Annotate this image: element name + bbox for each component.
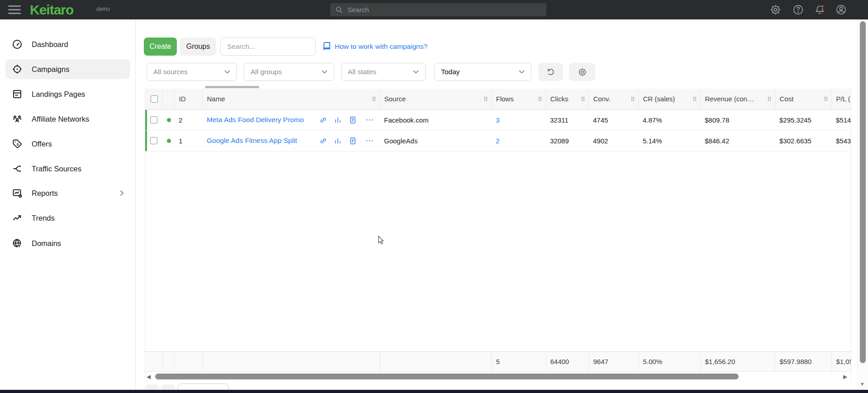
gear-icon <box>578 67 587 77</box>
vertical-scrollbar: ▼ <box>857 19 868 393</box>
totals-revenue: $1,656.20 <box>700 352 775 372</box>
column-header-cr-sales[interactable]: CR (sales)⠿ <box>638 89 700 109</box>
global-search <box>330 3 546 16</box>
drag-handle-icon[interactable]: ⠿ <box>824 95 828 102</box>
totals-cost: $597.9880 <box>775 352 831 372</box>
column-scroll-indicator[interactable] <box>205 86 259 88</box>
campaign-link-icon[interactable] <box>319 137 327 145</box>
column-header-name[interactable]: Name⠿ <box>202 89 379 109</box>
column-header-pl[interactable]: P/L ( <box>831 89 851 109</box>
campaigns-search-input[interactable] <box>220 38 316 56</box>
sidebar-item-traffic-sources[interactable]: Traffic Sources <box>5 159 130 179</box>
row-id-cell: 2 <box>174 109 202 130</box>
menu-toggle-icon[interactable] <box>8 5 21 14</box>
sidebar-item-domains[interactable]: Domains <box>5 233 130 253</box>
row-flows-cell: 3 <box>491 109 545 130</box>
help-campaigns-link[interactable]: How to work with campaigns? <box>323 42 427 51</box>
groups-button[interactable]: Groups <box>180 38 216 56</box>
date-range-select[interactable]: Today <box>434 63 531 81</box>
sidebar-item-affiliate-networks[interactable]: Affiliate Networks <box>5 109 130 129</box>
horizontal-scrollbar-thumb[interactable] <box>155 374 739 379</box>
drag-handle-icon[interactable]: ⠿ <box>631 95 635 102</box>
refresh-button[interactable] <box>538 63 563 81</box>
states-filter-select[interactable]: All states <box>341 63 426 81</box>
search-icon <box>335 6 343 14</box>
row-clicks-cell: 32311 <box>545 109 588 130</box>
column-header-id[interactable]: ID <box>174 89 202 109</box>
sources-filter-select[interactable]: All sources <box>147 63 237 81</box>
row-checkbox[interactable] <box>150 137 157 144</box>
select-all-checkbox[interactable] <box>151 95 158 103</box>
drag-handle-icon[interactable]: ⠿ <box>484 95 488 102</box>
row-select-cell <box>145 109 162 130</box>
campaign-notes-icon[interactable] <box>349 116 356 124</box>
campaign-link-icon[interactable] <box>319 116 327 124</box>
notifications-icon[interactable] <box>814 4 825 15</box>
vertical-scrollbar-thumb[interactable] <box>860 21 866 363</box>
scroll-down-arrow[interactable]: ▼ <box>860 381 865 387</box>
row-more-menu-icon[interactable]: ⋯ <box>365 115 374 125</box>
reports-icon <box>12 188 23 199</box>
status-dot <box>167 139 171 143</box>
bottom-edge-bar <box>0 390 868 393</box>
row-checkbox[interactable] <box>150 116 157 123</box>
sources-filter-value: All sources <box>153 68 188 76</box>
scroll-left-arrow[interactable]: ◀ <box>147 373 151 380</box>
sidebar-item-dashboard[interactable]: Dashboard <box>5 34 130 54</box>
sidebar-item-reports[interactable]: Reports <box>5 183 130 203</box>
row-name-cell: Google Ads Fitness App Split ⋯ <box>202 130 379 151</box>
column-header-cost[interactable]: Cost⠿ <box>775 89 831 109</box>
sidebar-item-label: Trends <box>32 214 55 223</box>
column-header-revenue[interactable]: Revenue (con…⠿ <box>700 89 775 109</box>
app-logo: Keitaro <box>30 2 73 18</box>
column-header-source[interactable]: Source⠿ <box>379 89 491 109</box>
row-conv-cell: 4745 <box>588 109 638 130</box>
column-header-flows[interactable]: Flows⠿ <box>491 89 545 109</box>
campaigns-target-icon <box>12 64 23 75</box>
global-search-input[interactable] <box>347 3 542 16</box>
flows-count-link[interactable]: 2 <box>496 137 499 145</box>
drag-handle-icon[interactable]: ⠿ <box>693 95 697 102</box>
row-more-menu-icon[interactable]: ⋯ <box>365 136 374 146</box>
sidebar-item-offers[interactable]: $ Offers <box>5 134 130 154</box>
svg-text:$: $ <box>17 142 19 147</box>
row-status-bar <box>145 131 147 151</box>
campaign-notes-icon[interactable] <box>349 137 356 145</box>
sidebar-item-landings-pages[interactable]: Landings Pages <box>5 84 130 104</box>
create-campaign-button[interactable]: Create <box>144 38 177 56</box>
sidebar-item-trends[interactable]: Trends <box>5 208 130 228</box>
offers-tag-icon: $ <box>12 138 23 149</box>
scroll-right-arrow[interactable]: ▶ <box>843 373 847 380</box>
select-all-header <box>145 89 162 109</box>
sidebar-item-label: Dashboard <box>32 40 68 49</box>
groups-filter-select[interactable]: All groups <box>244 63 334 81</box>
help-campaigns-link-text[interactable]: How to work with campaigns? <box>335 43 427 51</box>
table-settings-button[interactable] <box>569 63 595 81</box>
totals-row: 5 64400 9647 5.00% $1,656.20 $597.9880 $… <box>145 351 851 372</box>
drag-handle-icon[interactable]: ⠿ <box>581 95 585 102</box>
trends-icon <box>12 213 23 223</box>
help-icon[interactable] <box>792 4 804 15</box>
sidebar-item-campaigns[interactable]: Campaigns <box>5 59 130 79</box>
drag-handle-icon[interactable]: ⠿ <box>767 95 772 102</box>
settings-icon[interactable] <box>770 4 781 15</box>
chevron-down-icon <box>519 70 525 74</box>
date-range-value: Today <box>441 68 460 76</box>
account-icon[interactable] <box>835 4 847 15</box>
notification-badge <box>821 5 824 8</box>
drag-handle-icon[interactable]: ⠿ <box>538 95 542 102</box>
flows-count-link[interactable]: 3 <box>496 116 499 124</box>
row-pl-cell: $514 <box>831 109 851 130</box>
campaign-stats-icon[interactable] <box>334 116 342 124</box>
sidebar: Dashboard Campaigns Landings Pages Affil… <box>0 19 136 393</box>
column-header-conv[interactable]: Conv.⠿ <box>588 89 638 109</box>
sidebar-item-label: Landings Pages <box>32 90 85 99</box>
drag-handle-icon[interactable]: ⠿ <box>372 95 376 102</box>
horizontal-scrollbar: ◀ ▶ <box>145 372 851 383</box>
campaign-name-link[interactable]: Meta Ads Food Delivery Promo <box>207 116 304 124</box>
row-status-bar <box>145 110 147 130</box>
campaign-name-link[interactable]: Google Ads Fitness App Split <box>207 137 297 145</box>
sidebar-item-label: Reports <box>32 189 58 198</box>
column-header-clicks[interactable]: Clicks⠿ <box>545 89 588 109</box>
campaign-stats-icon[interactable] <box>334 137 342 145</box>
